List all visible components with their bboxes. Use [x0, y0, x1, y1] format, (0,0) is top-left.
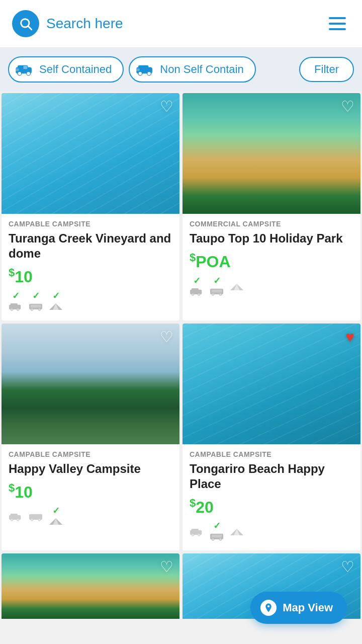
amenity-bus-1: ✓ [29, 291, 43, 313]
svg-rect-7 [23, 66, 27, 69]
non-self-contained-chip[interactable]: Non Self Contain [129, 56, 255, 83]
svg-point-15 [11, 308, 13, 310]
card-image-4: ♥ [183, 324, 360, 444]
partial-card-5[interactable]: ♡ [2, 553, 179, 619]
svg-point-47 [212, 538, 214, 541]
svg-point-36 [17, 519, 19, 521]
amenities-1: ✓ ✓ [9, 291, 172, 313]
card-body-3: CAMPABLE CAMPSITE Happy Valley Campsite … [2, 444, 179, 536]
map-pin-icon [260, 600, 277, 616]
favorite-button-4[interactable]: ♥ [345, 330, 354, 345]
svg-point-19 [38, 308, 41, 310]
map-view-button[interactable]: Map View [250, 592, 347, 624]
amenities-4: ✓ [190, 521, 353, 543]
card-image-1: ♡ [2, 93, 179, 214]
svg-point-38 [31, 519, 33, 521]
amenity-tent-4 [230, 526, 244, 539]
campsite-type-2: COMMERCIAL CAMPSITE [190, 220, 353, 228]
svg-rect-6 [16, 68, 19, 71]
svg-point-44 [192, 534, 194, 536]
svg-rect-12 [137, 68, 140, 71]
map-view-label: Map View [283, 601, 333, 614]
amenity-bus-2: ✓ [210, 276, 224, 298]
card-image-2: ♡ [183, 93, 360, 214]
svg-point-16 [17, 308, 19, 310]
amenity-van-1: ✓ [9, 291, 23, 313]
price-4: $20 [190, 497, 353, 517]
svg-point-26 [198, 293, 200, 295]
svg-rect-30 [212, 289, 222, 292]
card-body-4: CAMPABLE CAMPSITE Tongariro Beach Happy … [183, 444, 360, 551]
search-icon [12, 10, 39, 37]
campsite-type-4: CAMPABLE CAMPSITE [190, 450, 353, 458]
filter-button[interactable]: Filter [299, 57, 354, 82]
svg-point-18 [31, 308, 33, 310]
amenity-bus-4: ✓ [210, 521, 224, 543]
amenity-tent-1: ✓ [49, 291, 63, 313]
campsite-card-2[interactable]: ♡ COMMERCIAL CAMPSITE Taupo Top 10 Holid… [183, 93, 360, 320]
header: Search here [0, 0, 362, 47]
amenity-bus-3 [29, 511, 43, 524]
amenity-van-2: ✓ [190, 276, 204, 298]
card-grid: ♡ CAMPABLE CAMPSITE Turanga Creek Vineya… [0, 92, 362, 552]
svg-rect-49 [212, 535, 222, 538]
card-image-3: ♡ [2, 324, 179, 444]
amenity-van-4 [190, 526, 204, 539]
svg-point-29 [219, 293, 222, 295]
campsite-card-1[interactable]: ♡ CAMPABLE CAMPSITE Turanga Creek Vineya… [2, 93, 179, 320]
svg-point-48 [219, 538, 222, 541]
svg-point-5 [27, 71, 31, 75]
amenities-3: ✓ [9, 506, 172, 528]
self-contained-label: Self Contained [39, 63, 112, 76]
menu-icon[interactable] [325, 13, 350, 34]
self-contained-chip[interactable]: Self Contained [8, 56, 124, 83]
svg-rect-34 [11, 514, 18, 517]
amenity-tent-2 [230, 281, 244, 294]
svg-rect-9 [138, 65, 148, 70]
svg-point-35 [11, 519, 13, 521]
card-body-1: CAMPABLE CAMPSITE Turanga Creek Vineyard… [2, 214, 179, 320]
favorite-button-5[interactable]: ♡ [160, 559, 173, 575]
amenity-van-3 [9, 511, 23, 524]
search-bar[interactable]: Search here [12, 10, 325, 37]
amenity-tent-3: ✓ [49, 506, 63, 528]
price-2: $POA [190, 251, 353, 271]
svg-point-10 [138, 71, 142, 75]
favorite-button-1[interactable]: ♡ [160, 99, 173, 114]
svg-point-4 [18, 71, 22, 75]
favorite-button-2[interactable]: ♡ [341, 99, 354, 114]
campsite-name-4: Tongariro Beach Happy Place [190, 461, 353, 492]
campsite-name-1: Turanga Creek Vineyard and dome [9, 231, 172, 261]
campsite-card-4[interactable]: ♥ CAMPABLE CAMPSITE Tongariro Beach Happ… [183, 324, 360, 551]
svg-rect-20 [31, 304, 41, 307]
search-placeholder: Search here [46, 16, 123, 32]
filter-bar: Self Contained Non Self Contain Filter [0, 47, 362, 92]
svg-rect-43 [192, 529, 199, 532]
svg-rect-24 [192, 288, 199, 292]
svg-point-28 [212, 293, 214, 295]
campsite-name-3: Happy Valley Campsite [9, 461, 172, 476]
campsite-name-2: Taupo Top 10 Holiday Park [190, 231, 353, 246]
price-3: $10 [9, 481, 172, 502]
campsite-type-3: CAMPABLE CAMPSITE [9, 450, 172, 458]
amenities-2: ✓ ✓ [190, 276, 353, 298]
card-body-2: COMMERCIAL CAMPSITE Taupo Top 10 Holiday… [183, 214, 360, 305]
campsite-type-1: CAMPABLE CAMPSITE [9, 220, 172, 228]
svg-rect-14 [11, 303, 18, 307]
campsite-card-3[interactable]: ♡ CAMPABLE CAMPSITE Happy Valley Campsit… [2, 324, 179, 551]
svg-point-25 [192, 293, 194, 295]
svg-point-11 [147, 71, 151, 75]
non-self-contained-label: Non Self Contain [160, 63, 243, 76]
svg-point-45 [198, 534, 200, 536]
svg-point-52 [267, 605, 269, 607]
favorite-button-6[interactable]: ♡ [341, 559, 354, 575]
favorite-button-3[interactable]: ♡ [160, 330, 173, 345]
svg-line-1 [28, 26, 31, 29]
price-1: $10 [9, 266, 172, 286]
svg-point-39 [38, 519, 41, 521]
